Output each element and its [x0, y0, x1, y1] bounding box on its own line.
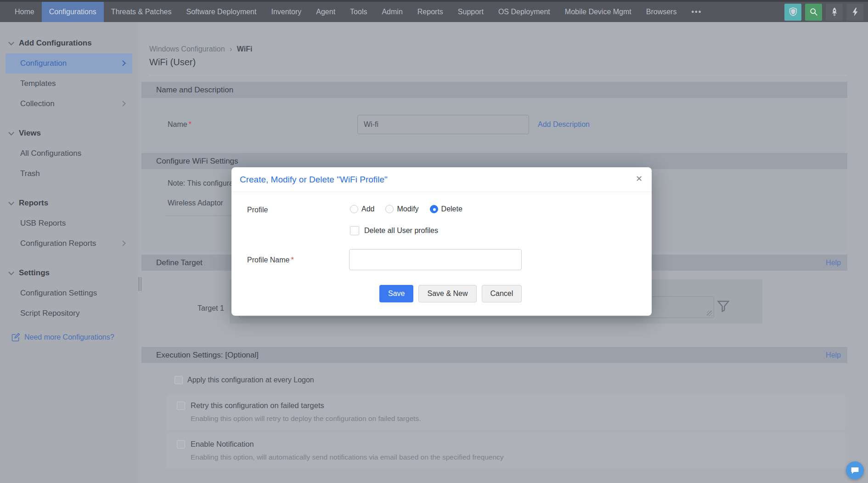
required-marker: * — [189, 120, 192, 128]
filter-icon[interactable] — [716, 299, 731, 314]
search-button[interactable] — [805, 4, 822, 21]
delete-all-profiles-label: Delete all User profiles — [364, 227, 438, 235]
chevron-right-icon — [120, 101, 126, 107]
sidebar-section-label: Add Configurations — [19, 39, 92, 48]
retry-checkbox[interactable] — [177, 402, 185, 410]
chevron-down-icon — [8, 269, 14, 275]
nav-item-tools[interactable]: Tools — [343, 2, 374, 22]
search-icon — [809, 7, 819, 17]
sidebar-item-script-repository[interactable]: Script Repository — [0, 303, 138, 324]
sidebar-section-label: Settings — [19, 268, 50, 278]
sidebar-item-label: Configuration — [20, 59, 67, 68]
profile-field-label: Profile — [247, 206, 268, 214]
nav-item-browsers[interactable]: Browsers — [639, 2, 684, 22]
sidebar-collapse-handle[interactable] — [137, 275, 142, 293]
radio-button-icon — [385, 205, 394, 213]
quick-actions-button[interactable] — [846, 4, 863, 21]
nav-item-inventory[interactable]: Inventory — [264, 2, 309, 22]
nav-item-mobile-device-mgmt[interactable]: Mobile Device Mgmt — [558, 2, 639, 22]
add-description-link[interactable]: Add Description — [538, 120, 590, 129]
name-input[interactable] — [357, 115, 529, 134]
sidebar-item-templates[interactable]: Templates — [0, 74, 138, 94]
close-icon[interactable]: ✕ — [636, 174, 643, 184]
apply-at-logon-checkbox[interactable] — [175, 376, 183, 384]
sidebar-section-add-configurations[interactable]: Add Configurations — [0, 33, 138, 53]
breadcrumb-separator: › — [230, 45, 232, 53]
sidebar-section-views[interactable]: Views — [0, 123, 138, 143]
nav-item-configurations[interactable]: Configurations — [42, 2, 104, 22]
resize-handle[interactable] — [707, 311, 712, 316]
chat-support-button[interactable] — [846, 461, 864, 479]
sidebar-item-configuration[interactable]: Configuration — [6, 53, 132, 74]
sidebar-item-collection[interactable]: Collection — [0, 94, 138, 114]
chevron-down-icon — [8, 130, 14, 136]
required-marker: * — [291, 256, 293, 264]
sidebar: Add Configurations Configuration Templat… — [0, 22, 138, 483]
dialog-buttons: Save Save & New Cancel — [379, 285, 522, 302]
profile-name-label-text: Profile Name — [247, 256, 289, 264]
execution-settings-header: Execution Settings: [Optional] Help — [141, 347, 847, 363]
need-more-configurations-link[interactable]: Need more Configurations? — [0, 327, 138, 347]
notification-option-box: Enable Notification Enabling this option… — [166, 433, 845, 469]
breadcrumb-windows-configuration[interactable]: Windows Configuration — [149, 45, 225, 53]
field-divider — [165, 216, 232, 216]
sidebar-item-label: Collection — [20, 99, 55, 108]
nav-item-software-deployment[interactable]: Software Deployment — [179, 2, 264, 22]
name-description-header: Name and Description — [141, 82, 847, 98]
sidebar-item-label: Script Repository — [20, 309, 79, 318]
enable-notification-checkbox[interactable] — [177, 440, 185, 449]
title-divider — [149, 75, 847, 75]
nav-item-home[interactable]: Home — [7, 2, 42, 22]
radio-modify-label: Modify — [397, 205, 418, 213]
nav-more-menu[interactable]: ••• — [684, 2, 709, 22]
radio-add[interactable]: Add — [350, 205, 374, 213]
nav-item-support[interactable]: Support — [451, 2, 491, 22]
execution-settings-help-link[interactable]: Help — [826, 351, 841, 359]
radio-delete-label: Delete — [441, 205, 462, 213]
security-shield-button[interactable] — [784, 4, 801, 21]
need-more-configurations-label: Need more Configurations? — [24, 333, 114, 341]
save-button[interactable]: Save — [379, 285, 413, 302]
chevron-down-icon — [8, 199, 14, 205]
sidebar-item-trash[interactable]: Trash — [0, 164, 138, 184]
sidebar-item-all-configurations[interactable]: All Configurations — [0, 143, 138, 164]
enable-notification-label: Enable Notification — [191, 440, 254, 449]
chevron-right-icon — [120, 60, 126, 66]
sidebar-item-usb-reports[interactable]: USB Reports — [0, 213, 138, 233]
nav-item-reports[interactable]: Reports — [410, 2, 451, 22]
save-and-new-button[interactable]: Save & New — [418, 285, 476, 302]
radio-delete[interactable]: Delete — [430, 205, 462, 213]
sidebar-item-label: Configuration Reports — [20, 239, 96, 248]
chat-icon — [850, 466, 860, 475]
edit-icon — [11, 333, 20, 342]
wifi-note-text: Note: This configura — [168, 179, 233, 188]
sidebar-section-reports[interactable]: Reports — [0, 193, 138, 213]
profile-radio-group: Add Modify Delete — [350, 205, 462, 213]
nav-item-admin[interactable]: Admin — [374, 2, 410, 22]
section-header-label: Execution Settings: [Optional] — [156, 351, 259, 360]
retry-description: Enabling this option will retry to deplo… — [191, 415, 421, 423]
sidebar-section-settings[interactable]: Settings — [0, 263, 138, 283]
sidebar-item-configuration-reports[interactable]: Configuration Reports — [0, 233, 138, 254]
retry-label: Retry this configuration on failed targe… — [191, 401, 324, 410]
radio-modify[interactable]: Modify — [385, 205, 418, 213]
sidebar-item-label: Trash — [20, 169, 40, 178]
cancel-button[interactable]: Cancel — [482, 285, 522, 302]
rocket-icon — [829, 7, 840, 17]
sidebar-item-configuration-settings[interactable]: Configuration Settings — [0, 283, 138, 303]
whats-new-button[interactable] — [826, 4, 843, 21]
nav-item-agent[interactable]: Agent — [309, 2, 343, 22]
lightning-icon — [850, 7, 860, 17]
section-header-label: Configure WiFi Settings — [156, 157, 238, 166]
profile-name-input[interactable] — [349, 249, 522, 270]
sidebar-item-label: USB Reports — [20, 219, 66, 228]
define-target-help-link[interactable]: Help — [826, 259, 841, 267]
sidebar-item-label: All Configurations — [20, 149, 81, 158]
name-field-label: Name* — [168, 120, 192, 129]
chevron-right-icon — [120, 240, 126, 246]
delete-all-profiles-checkbox[interactable] — [350, 226, 359, 235]
shield-icon — [788, 7, 798, 17]
nav-item-os-deployment[interactable]: OS Deployment — [491, 2, 558, 22]
nav-item-threats-patches[interactable]: Threats & Patches — [104, 2, 179, 22]
breadcrumb-wifi: WiFi — [237, 45, 253, 53]
